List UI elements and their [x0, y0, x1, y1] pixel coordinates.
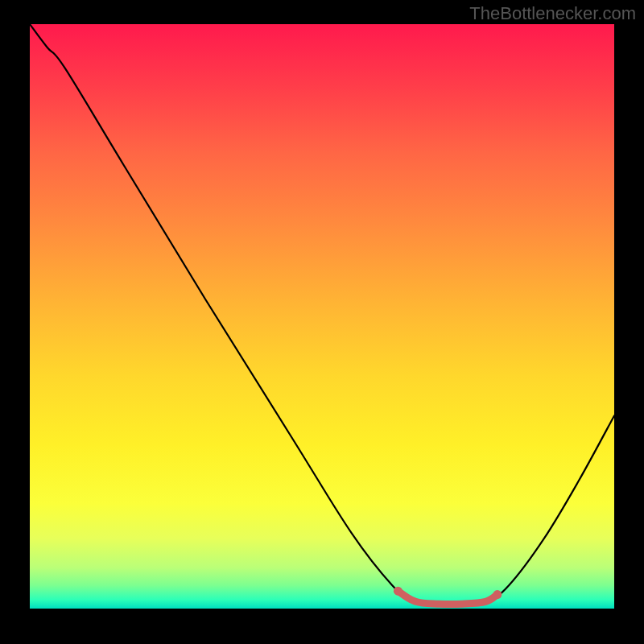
valley-endpoint-right-icon — [493, 590, 502, 599]
watermark-text: TheBottlenecker.com — [469, 3, 636, 24]
valley-endpoint-left-icon — [394, 587, 402, 596]
chart-container: TheBottlenecker.com — [0, 0, 644, 644]
bottleneck-curve — [30, 24, 614, 606]
valley-highlight-segment — [398, 591, 497, 604]
chart-svg — [30, 24, 614, 609]
plot-area — [30, 24, 614, 609]
